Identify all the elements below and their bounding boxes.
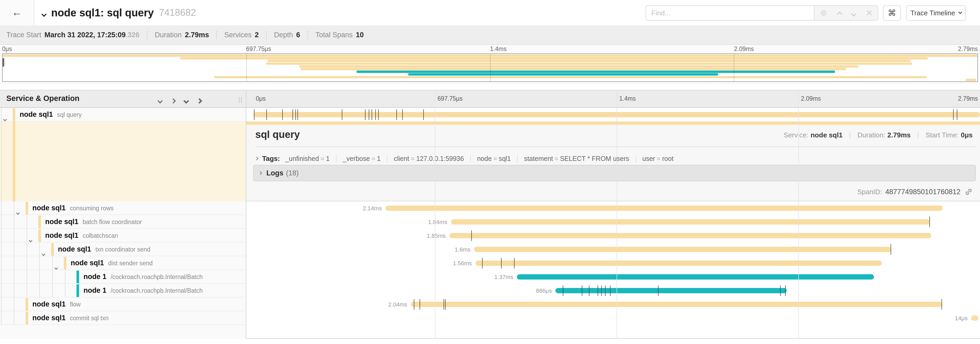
collapse-one-icon[interactable] bbox=[158, 95, 162, 105]
span-rows: node sql1consuming rows2.14msnode sql1ba… bbox=[0, 201, 980, 339]
minimap-span-bar bbox=[356, 70, 835, 73]
span-row[interactable]: node sql1colbatchscan1.85ms bbox=[0, 229, 980, 243]
span-row[interactable]: node sql1batch flow coordinator1.84ms bbox=[0, 215, 980, 229]
service-name: node sql1colbatchscan bbox=[45, 232, 118, 240]
log-tick bbox=[929, 217, 930, 227]
duration-value: 2.79ms bbox=[185, 31, 209, 39]
find-prev-icon[interactable] bbox=[838, 8, 842, 18]
log-tick bbox=[471, 230, 472, 241]
minimap-ruler-tick: 697.75μs bbox=[246, 45, 271, 53]
span-bar[interactable] bbox=[517, 274, 874, 280]
span-bar[interactable] bbox=[449, 233, 931, 238]
locate-icon[interactable] bbox=[820, 9, 827, 17]
trace-start-fraction: .326 bbox=[126, 31, 140, 39]
tree-row--cockroach-roachpb-internal-batch[interactable]: node 1/cockroach.roachpb.Internal/Batch bbox=[0, 270, 246, 284]
detail-duration-label: Duration: bbox=[858, 131, 885, 139]
tree-row-batch-flow-coordinator[interactable]: node sql1batch flow coordinator bbox=[0, 215, 246, 229]
span-detail-title: sql query bbox=[255, 129, 300, 140]
tags-accordion[interactable]: Tags: _unfinished=1_verbose=1client=127.… bbox=[255, 152, 680, 165]
page-title: node sql1: sql query bbox=[51, 7, 154, 19]
depth-label: Depth bbox=[274, 31, 293, 39]
service-name: node sql1sql query bbox=[19, 110, 81, 118]
tag-value: 127.0.0.1:59936 bbox=[416, 155, 464, 162]
tag-item[interactable]: statement=SELECT * FROM users bbox=[517, 155, 636, 163]
tag-item[interactable]: _unfinished=1 bbox=[285, 155, 336, 163]
minimap-canvas[interactable] bbox=[2, 53, 978, 82]
detail-start-time-value: 0μs bbox=[961, 131, 973, 139]
span-detail-body: sql query Service:node sql1 Duration:2.7… bbox=[246, 122, 980, 201]
log-tick bbox=[378, 109, 379, 120]
view-selector-button[interactable]: Trace Timeline bbox=[906, 5, 966, 21]
span-bar[interactable] bbox=[476, 261, 882, 266]
span-row[interactable]: node sql1consuming rows2.14ms bbox=[0, 201, 980, 215]
service-name: node sql1dist sender send bbox=[71, 259, 153, 267]
log-tick bbox=[375, 109, 376, 120]
operation-name: batch flow coordinator bbox=[83, 219, 142, 226]
clear-find-icon[interactable] bbox=[866, 10, 873, 16]
tag-item[interactable]: user=root bbox=[636, 155, 680, 163]
span-bar[interactable] bbox=[474, 247, 891, 252]
span-bar[interactable] bbox=[385, 206, 943, 211]
collapse-trace-chevron-icon[interactable] bbox=[42, 8, 46, 18]
minimap-span-bar bbox=[266, 62, 912, 65]
logs-count: (18) bbox=[286, 169, 299, 177]
find-controls bbox=[814, 5, 878, 21]
tag-item[interactable]: _verbose=1 bbox=[336, 155, 387, 163]
span-row[interactable]: node sql1flow2.04ms bbox=[0, 298, 980, 311]
tree-row-dist-sender-send[interactable]: node sql1dist sender send bbox=[0, 256, 246, 270]
span-bar[interactable] bbox=[451, 219, 930, 225]
service-name: node sql1batch flow coordinator bbox=[45, 218, 142, 226]
log-tick bbox=[658, 285, 659, 296]
span-row[interactable]: node sql1commit sql txn14μs bbox=[0, 311, 980, 325]
log-tick bbox=[342, 109, 342, 120]
logs-accordion[interactable]: Logs (18) bbox=[253, 165, 976, 181]
minimap-span-bar bbox=[966, 79, 977, 81]
tree-row-flow[interactable]: node sql1flow bbox=[0, 298, 246, 311]
tree-row-commit-sql-txn[interactable]: node sql1commit sql txn bbox=[0, 311, 246, 325]
span-bar[interactable] bbox=[253, 112, 980, 117]
span-bar[interactable] bbox=[555, 288, 786, 293]
span-id-row: SpanID: 4877749850101760812 bbox=[858, 186, 973, 198]
log-tick bbox=[514, 258, 514, 269]
span-row-selected[interactable]: node sql1sql query bbox=[0, 108, 980, 122]
tree-row--cockroach-roachpb-internal-batch[interactable]: node 1/cockroach.roachpb.Internal/Batch bbox=[0, 284, 246, 298]
log-tick bbox=[598, 285, 598, 296]
tree-row-consuming-rows[interactable]: node sql1consuming rows bbox=[0, 201, 246, 215]
log-tick bbox=[605, 285, 606, 296]
log-tick bbox=[482, 258, 483, 269]
collapse-all-icon[interactable] bbox=[185, 95, 188, 105]
span-row[interactable]: node sql1txn coordinator send1.6ms bbox=[0, 243, 980, 256]
span-color-bar bbox=[76, 284, 79, 297]
find-input[interactable] bbox=[646, 5, 814, 21]
find-next-icon[interactable] bbox=[852, 8, 856, 18]
keyboard-shortcuts-button[interactable]: ⌘ bbox=[883, 5, 901, 21]
expand-all-icon[interactable] bbox=[197, 95, 202, 105]
log-tick bbox=[444, 299, 444, 310]
span-bar[interactable] bbox=[411, 302, 942, 307]
log-tick bbox=[445, 299, 446, 310]
tree-row-sql-query[interactable]: node sql1sql query bbox=[0, 108, 246, 122]
trace-id: 7418682 bbox=[159, 7, 196, 18]
tag-item[interactable]: client=127.0.0.1:59936 bbox=[387, 155, 470, 163]
copy-link-icon[interactable] bbox=[965, 188, 973, 196]
span-color-bar bbox=[51, 243, 54, 256]
tag-value: root bbox=[662, 155, 673, 162]
chevron-right-icon bbox=[258, 171, 262, 175]
expand-one-icon[interactable] bbox=[172, 95, 175, 105]
tree-row-txn-coordinator-send[interactable]: node sql1txn coordinator send bbox=[0, 243, 246, 256]
tree-row-colbatchscan[interactable]: node sql1colbatchscan bbox=[0, 229, 246, 243]
services-label: Services bbox=[224, 31, 251, 39]
back-button[interactable]: ← bbox=[0, 0, 34, 26]
column-resizer-handle[interactable]: || bbox=[239, 96, 243, 103]
minimap-drag-handle[interactable] bbox=[3, 58, 4, 67]
log-tick bbox=[372, 109, 372, 120]
span-color-bar bbox=[76, 270, 79, 283]
span-row[interactable]: node 1/cockroach.roachpb.Internal/Batch1… bbox=[0, 270, 980, 284]
span-bar[interactable] bbox=[971, 315, 979, 321]
operation-name: commit sql txn bbox=[70, 315, 109, 322]
span-row[interactable]: node sql1dist sender send1.56ms bbox=[0, 256, 980, 270]
total-spans-value: 10 bbox=[356, 31, 364, 39]
tag-key: _unfinished bbox=[285, 155, 319, 162]
tag-item[interactable]: node=sql1 bbox=[470, 155, 517, 163]
span-row[interactable]: node 1/cockroach.roachpb.Internal/Batch8… bbox=[0, 284, 980, 298]
